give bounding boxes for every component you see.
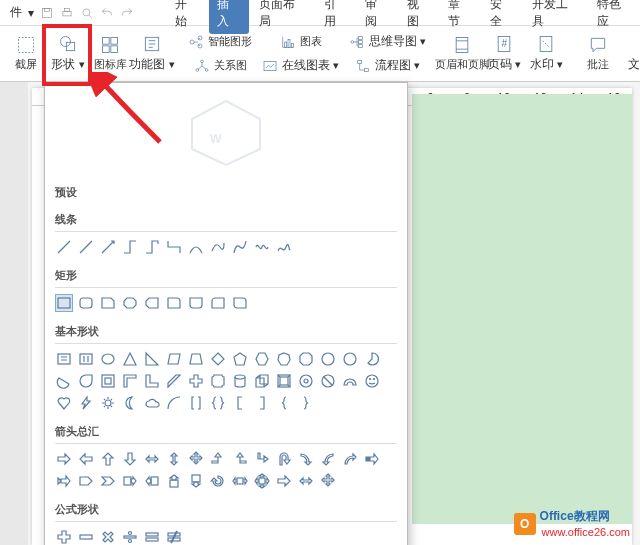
shape-smiley[interactable] <box>363 372 381 390</box>
shape-l-shape[interactable] <box>143 372 161 390</box>
watermark-button[interactable]: 水印 ▾ <box>526 30 566 78</box>
tab-dev[interactable]: 开发工具 <box>524 0 587 34</box>
screenshot-button[interactable]: 截屏 <box>6 30 46 78</box>
shape-left-brace[interactable] <box>275 394 293 412</box>
shape-arrow-uturn[interactable] <box>275 450 293 468</box>
shape-trapezoid[interactable] <box>187 350 205 368</box>
funcimg-button[interactable]: 功能图 ▾ <box>132 30 172 78</box>
shape-arrow-quad[interactable] <box>187 450 205 468</box>
shape-moon[interactable] <box>121 394 139 412</box>
shape-arrow[interactable] <box>297 472 315 490</box>
shape-rt-triangle[interactable] <box>143 350 161 368</box>
redo-icon[interactable] <box>120 6 134 20</box>
tab-view[interactable]: 视图 <box>399 0 439 34</box>
shape-arrow-callout[interactable] <box>187 472 205 490</box>
shape-arrow-right[interactable] <box>55 450 73 468</box>
shape-textbox-v[interactable] <box>77 350 95 368</box>
shape-arrow-lr[interactable] <box>143 450 161 468</box>
shape-plaque[interactable] <box>209 372 227 390</box>
tab-safe[interactable]: 安全 <box>482 0 522 34</box>
smartart-button[interactable]: 智能图形 <box>184 31 256 53</box>
file-menu[interactable]: 件 <box>10 4 22 21</box>
shape-line[interactable] <box>77 238 95 256</box>
shape-donut[interactable] <box>297 372 315 390</box>
shape-heptagon[interactable] <box>275 350 293 368</box>
shape-arrow-chevron[interactable] <box>99 472 117 490</box>
shape-brace[interactable] <box>209 394 227 412</box>
shape-diamond[interactable] <box>209 350 227 368</box>
shape-pie[interactable] <box>363 350 381 368</box>
shape-arrow-ud[interactable] <box>165 450 183 468</box>
shape-round-rect[interactable] <box>231 294 249 312</box>
shape-round-rect[interactable] <box>187 294 205 312</box>
shape-half-frame[interactable] <box>121 372 139 390</box>
shape-not-equal[interactable] <box>165 528 183 545</box>
shape-sun[interactable] <box>99 394 117 412</box>
shape-pentagon[interactable] <box>231 350 249 368</box>
shape-multiply[interactable] <box>99 528 117 545</box>
undo-icon[interactable] <box>100 6 114 20</box>
shape-arrow-lr-callout[interactable] <box>231 472 249 490</box>
headerfooter-button[interactable]: 页眉和页脚 <box>442 30 482 78</box>
shape-curve[interactable] <box>187 238 205 256</box>
shape-arrow-callout[interactable] <box>143 472 161 490</box>
shape-rounded-rect[interactable] <box>77 294 95 312</box>
flowchart-button[interactable]: 流程图 ▾ <box>345 55 430 77</box>
shape-line[interactable] <box>55 238 73 256</box>
shape-textbox[interactable] <box>55 350 73 368</box>
shape-can[interactable] <box>231 372 249 390</box>
shape-dodecagon[interactable] <box>341 350 359 368</box>
tab-start[interactable]: 开始 <box>167 0 207 34</box>
shape-arrow-notched[interactable] <box>55 472 73 490</box>
tab-chapter[interactable]: 章节 <box>440 0 480 34</box>
shape-rectangle[interactable] <box>55 294 73 312</box>
shape-cube[interactable] <box>253 372 271 390</box>
shape-scribble[interactable] <box>253 238 271 256</box>
tab-special[interactable]: 特色应 <box>589 0 640 34</box>
shape-scribble[interactable] <box>275 238 293 256</box>
tab-ref[interactable]: 引用 <box>316 0 356 34</box>
shape-bracket[interactable] <box>187 394 205 412</box>
shape-freeform[interactable] <box>231 238 249 256</box>
shape-cloud[interactable] <box>143 394 161 412</box>
shape-connector[interactable] <box>143 238 161 256</box>
shape-arrow-curved[interactable] <box>319 450 337 468</box>
shape-arrow-bent[interactable] <box>209 450 227 468</box>
shape-triangle[interactable] <box>121 350 139 368</box>
shape-snip-rect[interactable] <box>121 294 139 312</box>
shape-diag-stripe[interactable] <box>165 372 183 390</box>
pagenum-button[interactable]: # 页码 ▾ <box>484 30 524 78</box>
shape-heart[interactable] <box>55 394 73 412</box>
shape-minus[interactable] <box>77 528 95 545</box>
shape-left-bracket[interactable] <box>231 394 249 412</box>
shapes-button[interactable]: 形状 ▾ <box>48 30 88 78</box>
tab-layout[interactable]: 页面布局 <box>251 0 314 34</box>
textbox-button[interactable]: A 文本框 ▾ <box>630 30 640 78</box>
shape-arrow-pentagon[interactable] <box>77 472 95 490</box>
shape-lightning[interactable] <box>77 394 95 412</box>
print-icon[interactable] <box>60 6 74 20</box>
onlinechart-button[interactable]: 在线图表 ▾ <box>258 55 343 77</box>
shape-teardrop[interactable] <box>77 372 95 390</box>
iconlib-button[interactable]: 图标库 <box>90 30 130 78</box>
shape-frame[interactable] <box>99 372 117 390</box>
shape-arrow-callout[interactable] <box>121 472 139 490</box>
shape-arrow-curved[interactable] <box>341 450 359 468</box>
save-icon[interactable] <box>40 6 54 20</box>
comment-button[interactable]: 批注 <box>578 30 618 78</box>
shape-arrow[interactable] <box>275 472 293 490</box>
shape-round-rect[interactable] <box>165 294 183 312</box>
dropdown-icon[interactable]: ▾ <box>28 6 34 20</box>
chart-button[interactable]: 图表 <box>258 31 343 53</box>
tab-insert[interactable]: 插入 <box>209 0 249 34</box>
shape-no-symbol[interactable] <box>319 372 337 390</box>
shape-arrow-bent[interactable] <box>231 450 249 468</box>
shape-arrow-callout[interactable] <box>165 472 183 490</box>
shape-arrow-circular[interactable] <box>209 472 227 490</box>
shape-octagon[interactable] <box>297 350 315 368</box>
shape-cross[interactable] <box>187 372 205 390</box>
shape-arrow-bent[interactable] <box>253 450 271 468</box>
shape-decagon[interactable] <box>319 350 337 368</box>
shape-arrow-up[interactable] <box>99 450 117 468</box>
preview-icon[interactable] <box>80 6 94 20</box>
